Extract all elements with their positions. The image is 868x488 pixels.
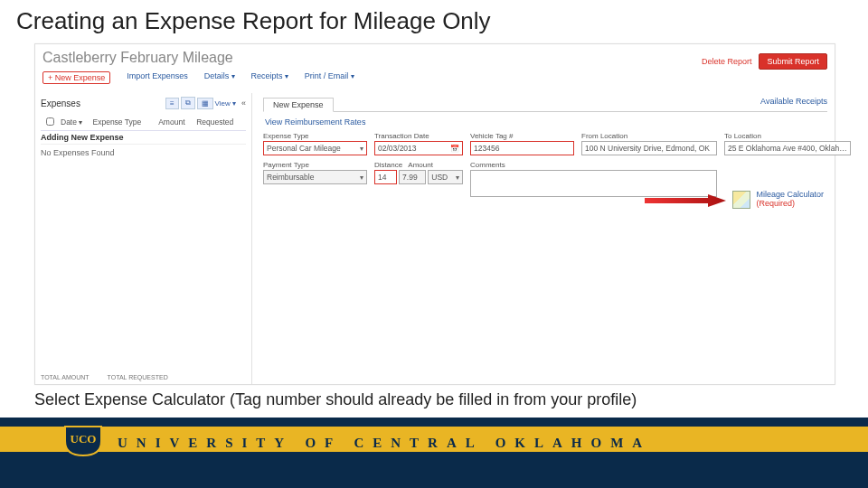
expenses-heading: Expenses: [41, 99, 80, 108]
new-expense-button[interactable]: + New Expense: [42, 71, 110, 84]
view-grid-button[interactable]: ▦: [197, 98, 213, 109]
rate-input: 7.99: [399, 170, 426, 184]
available-receipts-link[interactable]: Available Receipts: [760, 97, 827, 106]
select-all-checkbox[interactable]: [46, 117, 54, 126]
uco-branding: UCO UNIVERSITY OF CENTRAL OKLAHOMA: [61, 421, 651, 457]
concur-window: Castleberry February Mileage Delete Repo…: [34, 43, 835, 385]
rate-value: 7.99: [402, 173, 418, 182]
field-payment-type: Payment Type Reimbursable ▾: [263, 161, 367, 184]
label-from-location: From Location: [581, 132, 717, 140]
currency-select: USD▾: [428, 170, 463, 184]
col-amount[interactable]: Amount: [156, 113, 194, 131]
col-date[interactable]: Date: [59, 113, 91, 131]
view-reimbursement-rates-link[interactable]: View Reimbursement Rates: [265, 117, 365, 127]
currency-value: USD: [431, 173, 448, 182]
expense-form-panel: New Expense Available Receipts View Reim…: [256, 93, 835, 384]
total-requested-label: TOTAL REQUESTED: [108, 374, 168, 380]
slide-title: Creating an Expense Report for Mileage O…: [16, 7, 491, 35]
label-vehicle-tag: Vehicle Tag #: [470, 132, 574, 140]
slide-footer: UCO UNIVERSITY OF CENTRAL OKLAHOMA: [0, 418, 868, 488]
view-copy-button[interactable]: ⧉: [181, 97, 195, 109]
transaction-date-input[interactable]: 02/03/2013 📅: [374, 141, 463, 155]
import-expenses-link[interactable]: Import Expenses: [127, 71, 188, 84]
calendar-icon: 📅: [450, 145, 459, 153]
submit-report-button[interactable]: Submit Report: [759, 53, 827, 70]
mileage-calculator-required: (Required): [756, 200, 824, 209]
slide-caption: Select Expense Calculator (Tag number sh…: [34, 390, 637, 409]
payment-type-select[interactable]: Reimbursable ▾: [263, 170, 367, 184]
label-distance: Distance Amount: [374, 161, 463, 169]
comments-textarea[interactable]: [470, 170, 717, 197]
tab-new-expense[interactable]: New Expense: [263, 98, 334, 112]
vehicle-tag-input[interactable]: 123456: [470, 141, 574, 155]
col-expense-type[interactable]: Expense Type: [91, 113, 157, 131]
transaction-date-value: 02/03/2013: [378, 144, 417, 153]
report-title: Castleberry February Mileage: [42, 50, 233, 66]
to-location-value: 25 E Oklahoma Ave #400, Oklahoma: [728, 144, 847, 153]
chevron-down-icon: ▾: [360, 145, 363, 153]
distance-value: 14: [378, 173, 386, 182]
from-location-input[interactable]: 100 N University Drive, Edmond, OK: [581, 141, 717, 155]
mileage-calculator-link[interactable]: Mileage Calculator (Required): [756, 191, 824, 209]
label-transaction-date: Transaction Date: [374, 132, 463, 140]
chevron-down-icon: ▾: [456, 174, 459, 182]
field-transaction-date: Transaction Date 02/03/2013 📅: [374, 132, 463, 155]
label-comments: Comments: [470, 161, 717, 169]
field-from-location: From Location 100 N University Drive, Ed…: [581, 132, 717, 155]
uco-logo-icon: UCO: [61, 421, 105, 457]
expense-type-value: Personal Car Mileage: [267, 144, 341, 153]
field-expense-type: Expense Type Personal Car Mileage ▾: [263, 132, 367, 155]
no-expenses-message: No Expenses Found: [41, 145, 246, 161]
report-menu: + New Expense Import Expenses Details Re…: [42, 71, 354, 84]
chevron-down-icon: ▾: [360, 174, 363, 182]
receipts-menu[interactable]: Receipts: [251, 71, 288, 84]
collapse-left-icon[interactable]: «: [241, 99, 246, 108]
label-to-location: To Location: [724, 132, 851, 140]
print-email-menu[interactable]: Print / Email: [305, 71, 354, 84]
svg-text:UCO: UCO: [71, 432, 97, 446]
payment-type-value: Reimbursable: [267, 173, 314, 182]
mileage-calculator-label: Mileage Calculator: [756, 190, 824, 199]
details-menu[interactable]: Details: [204, 71, 235, 84]
expenses-panel: Expenses ≡ ⧉ ▦ View « Date Expense Type …: [35, 93, 252, 384]
delete-report-link[interactable]: Delete Report: [702, 57, 752, 66]
field-to-location: To Location 25 E Oklahoma Ave #400, Okla…: [724, 132, 851, 155]
from-location-value: 100 N University Drive, Edmond, OK: [585, 144, 710, 153]
view-move-button[interactable]: ≡: [165, 98, 179, 109]
label-payment-type: Payment Type: [263, 161, 367, 169]
col-requested[interactable]: Requested: [194, 113, 246, 131]
adding-new-expense-row: Adding New Expense: [41, 131, 246, 145]
mileage-calculator-icon[interactable]: [732, 191, 750, 209]
total-amount-label: TOTAL AMOUNT: [41, 374, 90, 380]
label-expense-type: Expense Type: [263, 132, 367, 140]
field-comments: Comments: [470, 161, 717, 197]
expense-type-select[interactable]: Personal Car Mileage ▾: [263, 141, 367, 155]
mileage-calculator-callout: Mileage Calculator (Required): [732, 191, 824, 209]
field-distance-amount: Distance Amount 14 7.99 USD▾: [374, 161, 463, 184]
view-dropdown[interactable]: View: [215, 99, 236, 108]
vehicle-tag-value: 123456: [474, 144, 499, 153]
to-location-input[interactable]: 25 E Oklahoma Ave #400, Oklahoma: [724, 141, 851, 155]
field-vehicle-tag: Vehicle Tag # 123456: [470, 132, 574, 155]
uco-university-text: UNIVERSITY OF CENTRAL OKLAHOMA: [118, 436, 651, 451]
distance-input[interactable]: 14: [374, 170, 397, 184]
expenses-table: Date Expense Type Amount Requested: [41, 113, 246, 131]
